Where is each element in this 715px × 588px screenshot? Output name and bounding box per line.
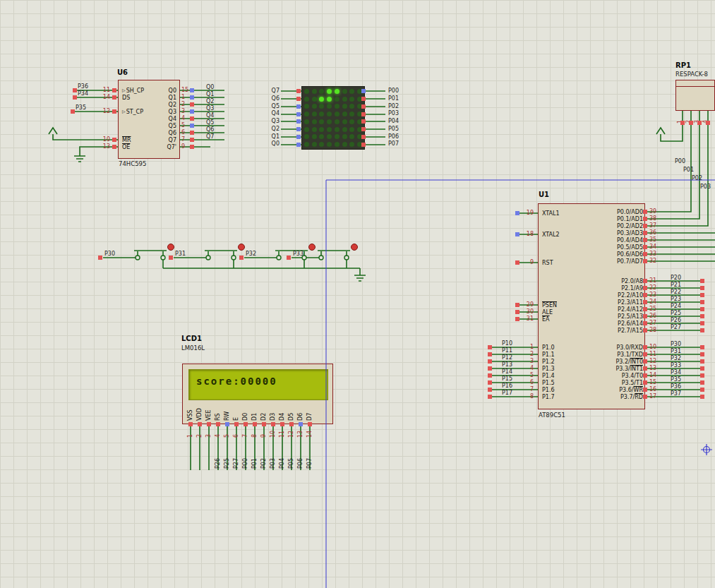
- wire-state: [239, 256, 244, 260]
- pin-state: [296, 140, 301, 148]
- pin-number: 1: [519, 344, 534, 351]
- pin-name-cell: D1: [251, 398, 260, 421]
- pin-number-cell: 7: [241, 426, 251, 438]
- pin-number: [97, 115, 110, 122]
- net-label: P07: [388, 140, 399, 148]
- pin-state: [515, 294, 519, 301]
- lcd-pin-names: VSSVDDVEERSRWED0D1D2D3D4D5D6D7: [186, 398, 315, 421]
- wire-state: [700, 365, 704, 372]
- lcd-net-labels: P26P25P27P00P01P02P03P04P05P06P07: [214, 446, 315, 469]
- net-label: Q7: [206, 133, 214, 140]
- pin-state: [515, 210, 519, 217]
- pin-state: [296, 126, 301, 133]
- pin-name-cell: D7: [306, 398, 315, 421]
- pin-number: 12: [649, 358, 656, 365]
- net-label-cell: P00: [241, 446, 251, 469]
- pin-number: 17: [649, 393, 656, 400]
- pin-state: [643, 358, 647, 365]
- wire-state: [700, 358, 704, 365]
- pin-number: 22: [649, 284, 656, 292]
- pin-name-cell: E: [232, 398, 241, 421]
- wire-state: [700, 292, 704, 299]
- u1-p1-pin-numbers: 12345678: [519, 344, 534, 400]
- pin-number-cell: 8: [251, 426, 260, 438]
- net-label: P16: [493, 383, 512, 390]
- pin-state: [643, 258, 647, 265]
- net-label: Q7: [253, 88, 280, 95]
- pin-state: [515, 259, 519, 266]
- net-label: P30: [104, 251, 115, 257]
- net-label: P23: [671, 296, 681, 303]
- pin-state: [643, 379, 647, 386]
- pin-number: [518, 266, 534, 273]
- net-label: P13: [493, 361, 512, 368]
- pin-state: [515, 301, 519, 308]
- net-label: P11: [493, 347, 512, 354]
- pin-state: [361, 126, 366, 133]
- net-label: Q1: [206, 91, 214, 98]
- pin-state: [643, 251, 647, 258]
- net-label: P35: [76, 104, 86, 111]
- net-label: P20: [671, 275, 681, 282]
- push-button-3-actuator[interactable]: [309, 244, 316, 251]
- push-button-1-actuator[interactable]: [168, 244, 174, 251]
- wire-state: [700, 393, 704, 400]
- net-label: P15: [493, 376, 512, 383]
- net-label: P21: [671, 282, 681, 289]
- net-label: P06: [388, 133, 399, 141]
- pin-number-cell: 10: [269, 426, 278, 438]
- net-label: Q4: [253, 110, 280, 118]
- wire-state: [488, 351, 492, 358]
- pin-number: 6: [181, 129, 188, 136]
- pin-number: 37: [649, 222, 656, 229]
- push-button-4-actuator[interactable]: [352, 244, 358, 251]
- pin-state: [706, 121, 710, 125]
- pin-state: [643, 244, 647, 251]
- pin-state: [643, 284, 647, 292]
- pin-number: 39: [649, 208, 656, 215]
- wire-state: [700, 379, 704, 386]
- u6-q7s-pin-state: [190, 145, 194, 149]
- pin-state: [112, 129, 116, 136]
- pin-state: [643, 292, 647, 299]
- pin-number: 21: [649, 277, 656, 284]
- net-label: Q2: [206, 98, 214, 105]
- pin-name-cell: D4: [278, 398, 287, 421]
- pin-state: [643, 229, 647, 236]
- pin-number: 14: [649, 372, 656, 379]
- net-label-cell: P01: [251, 446, 260, 469]
- pin-state: [296, 95, 301, 103]
- net-label-cell: P03: [269, 446, 278, 469]
- push-button-2-actuator[interactable]: [239, 244, 245, 251]
- pin-name-cell: VSS: [186, 398, 196, 421]
- pin-number: 10: [97, 136, 110, 143]
- wire-state: [700, 320, 704, 327]
- pin-number-cell: 11: [278, 426, 287, 438]
- u1-p3-pin-states: [643, 344, 647, 400]
- pin-number: 14: [97, 94, 110, 101]
- net-label-cell: P04: [278, 446, 287, 469]
- pin-state: [361, 110, 366, 118]
- pin-number: [518, 280, 534, 287]
- pin-state: [190, 87, 194, 94]
- pin-state: [643, 299, 647, 306]
- net-label-cell: P27: [232, 446, 241, 469]
- net-label: P33: [671, 362, 681, 369]
- wire-state: [169, 256, 173, 260]
- net-label: P34: [78, 90, 88, 97]
- pin-number: 7: [181, 136, 188, 143]
- net-label: Q3: [253, 118, 280, 126]
- pin-number: 11: [97, 87, 110, 94]
- u1-p2-pin-numbers: 2122232425262728: [649, 277, 656, 334]
- pin-number: 11: [649, 351, 656, 358]
- button-actuators: [168, 244, 358, 251]
- pin-state: [112, 143, 116, 150]
- pin-number: [518, 224, 534, 231]
- pin-state: [112, 87, 116, 94]
- net-label: Q1: [253, 133, 280, 141]
- matrix-left-net-labels: Q7Q6Q5Q4Q3Q2Q1Q0: [253, 88, 280, 148]
- pin-number: [97, 129, 110, 136]
- pin-number: 3: [181, 108, 188, 115]
- u1-left-pin-states: [515, 210, 519, 323]
- u1-p2-wire-states: [700, 277, 704, 334]
